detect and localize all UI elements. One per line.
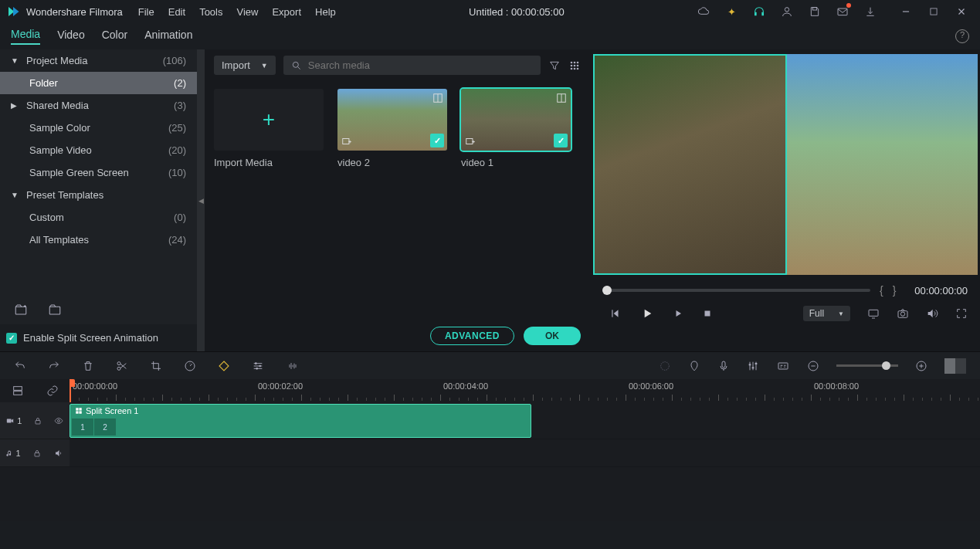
account-icon[interactable] bbox=[781, 5, 793, 18]
tab-color[interactable]: Color bbox=[102, 29, 127, 44]
audio-mix-icon[interactable] bbox=[747, 360, 759, 372]
menu-export[interactable]: Export bbox=[272, 6, 301, 18]
lock-icon[interactable] bbox=[33, 416, 42, 425]
play-small-icon[interactable] bbox=[673, 309, 683, 318]
grid-view-icon[interactable] bbox=[568, 59, 581, 72]
timeline-ruler[interactable]: 00:00:00:0000:00:02:0000:00:04:0000:00:0… bbox=[70, 379, 980, 402]
sidebar-item[interactable]: Folder(2) bbox=[0, 72, 197, 94]
sidebar-collapse-handle[interactable]: ◀ bbox=[197, 49, 205, 351]
tab-media[interactable]: Media bbox=[11, 28, 40, 45]
caption-icon[interactable] bbox=[776, 360, 790, 372]
link-icon[interactable] bbox=[46, 385, 59, 397]
cloud-icon[interactable] bbox=[697, 5, 710, 18]
menu-help[interactable]: Help bbox=[315, 6, 336, 18]
zoom-out-icon[interactable] bbox=[807, 360, 819, 372]
svg-rect-50 bbox=[35, 452, 39, 456]
eye-icon[interactable] bbox=[53, 416, 64, 425]
lock-icon[interactable] bbox=[32, 449, 42, 458]
adjust-icon[interactable] bbox=[252, 360, 264, 372]
clip-cell-2[interactable]: 2 bbox=[94, 419, 116, 435]
snapshot-icon[interactable] bbox=[897, 307, 909, 320]
search-input[interactable] bbox=[308, 59, 533, 71]
fullscreen-icon[interactable] bbox=[955, 307, 968, 320]
stop-icon[interactable] bbox=[703, 309, 712, 318]
download-icon[interactable] bbox=[864, 5, 877, 18]
preview-pane-left[interactable] bbox=[593, 54, 787, 275]
advanced-button[interactable]: ADVANCED bbox=[430, 327, 514, 345]
clip-cell-1[interactable]: 1 bbox=[72, 419, 93, 435]
svg-rect-3 bbox=[812, 8, 816, 10]
speed-icon[interactable] bbox=[184, 360, 196, 372]
undo-icon[interactable] bbox=[14, 360, 26, 372]
save-icon[interactable] bbox=[809, 5, 821, 18]
import-media-tile[interactable]: + bbox=[214, 89, 324, 151]
display-icon[interactable] bbox=[867, 307, 880, 320]
enable-split-screen-checkbox[interactable]: ✓ Enable Split Screen Animation bbox=[0, 324, 197, 351]
keyframe-icon[interactable] bbox=[218, 360, 230, 372]
volume-icon[interactable] bbox=[926, 307, 938, 320]
zoom-in-icon[interactable] bbox=[915, 360, 927, 372]
add-to-timeline-icon[interactable] bbox=[341, 135, 353, 147]
headphones-icon[interactable] bbox=[753, 5, 765, 18]
quality-select[interactable]: Full▼ bbox=[803, 306, 850, 321]
redo-icon[interactable] bbox=[48, 360, 60, 372]
media-thumbnail[interactable]: ✓ bbox=[461, 89, 571, 151]
sidebar-item[interactable]: All Templates(24) bbox=[0, 229, 197, 251]
sidebar-item[interactable]: ▼Preset Templates bbox=[0, 184, 197, 206]
timeline-empty-area[interactable] bbox=[0, 467, 980, 521]
selected-check-icon[interactable]: ✓ bbox=[554, 134, 568, 147]
svg-rect-49 bbox=[79, 411, 81, 413]
scrub-knob[interactable] bbox=[602, 286, 612, 295]
menu-file[interactable]: File bbox=[138, 6, 154, 18]
tab-video[interactable]: Video bbox=[57, 29, 85, 44]
close-icon[interactable] bbox=[955, 5, 968, 18]
prev-frame-icon[interactable] bbox=[610, 308, 621, 319]
minimize-icon[interactable] bbox=[900, 5, 912, 18]
timeline-layout-icon[interactable] bbox=[12, 385, 24, 397]
sidebar-item[interactable]: Sample Green Screen(10) bbox=[0, 161, 197, 184]
menu-view[interactable]: View bbox=[236, 6, 258, 18]
playhead[interactable] bbox=[70, 379, 71, 402]
sun-icon[interactable]: ✦ bbox=[725, 5, 738, 18]
sidebar-item[interactable]: Sample Color(25) bbox=[0, 117, 197, 139]
render-icon[interactable] bbox=[659, 360, 671, 372]
import-button[interactable]: Import ▼ bbox=[214, 56, 276, 75]
new-project-folder-icon[interactable] bbox=[14, 303, 28, 317]
media-thumbnail[interactable]: ✓ bbox=[337, 89, 447, 151]
search-field[interactable] bbox=[283, 56, 541, 75]
play-icon[interactable] bbox=[641, 307, 653, 320]
scrub-bar[interactable] bbox=[602, 289, 870, 292]
maximize-icon[interactable] bbox=[927, 5, 940, 18]
mark-in-out-icon[interactable]: {} bbox=[880, 284, 905, 297]
crop-icon[interactable] bbox=[150, 360, 162, 372]
help-icon[interactable]: ? bbox=[955, 29, 969, 43]
zoom-knob[interactable] bbox=[882, 361, 890, 370]
timeline-view-toggle[interactable] bbox=[944, 358, 966, 374]
mail-icon[interactable] bbox=[836, 5, 849, 18]
audio-track-body[interactable] bbox=[70, 439, 980, 466]
sidebar-item[interactable]: Custom(0) bbox=[0, 206, 197, 229]
split-icon[interactable] bbox=[116, 360, 128, 372]
audio-wave-icon[interactable] bbox=[286, 360, 300, 372]
selected-check-icon[interactable]: ✓ bbox=[430, 134, 444, 147]
voiceover-icon[interactable] bbox=[717, 360, 730, 372]
tab-animation[interactable]: Animation bbox=[144, 29, 192, 44]
sidebar-item[interactable]: Sample Video(20) bbox=[0, 139, 197, 161]
preview-canvas[interactable] bbox=[593, 54, 978, 275]
sidebar-item[interactable]: ▼Project Media(106) bbox=[0, 49, 197, 72]
timeline-clip[interactable]: Split Screen 1 1 2 bbox=[70, 404, 531, 438]
video-track-body[interactable]: Split Screen 1 1 2 bbox=[70, 402, 980, 439]
mute-icon[interactable] bbox=[53, 449, 64, 458]
filter-icon[interactable] bbox=[548, 59, 561, 72]
add-to-timeline-icon[interactable] bbox=[464, 135, 476, 147]
video-track-index: 1 bbox=[17, 416, 22, 425]
marker-icon[interactable] bbox=[688, 360, 700, 372]
preview-pane-right[interactable] bbox=[787, 54, 978, 275]
zoom-slider[interactable] bbox=[836, 364, 898, 367]
ok-button[interactable]: OK bbox=[524, 327, 581, 345]
sidebar-item[interactable]: ▶Shared Media(3) bbox=[0, 94, 197, 117]
open-folder-icon[interactable] bbox=[48, 303, 62, 317]
menu-edit[interactable]: Edit bbox=[168, 6, 185, 18]
delete-icon[interactable] bbox=[82, 360, 94, 372]
menu-tools[interactable]: Tools bbox=[199, 6, 222, 18]
